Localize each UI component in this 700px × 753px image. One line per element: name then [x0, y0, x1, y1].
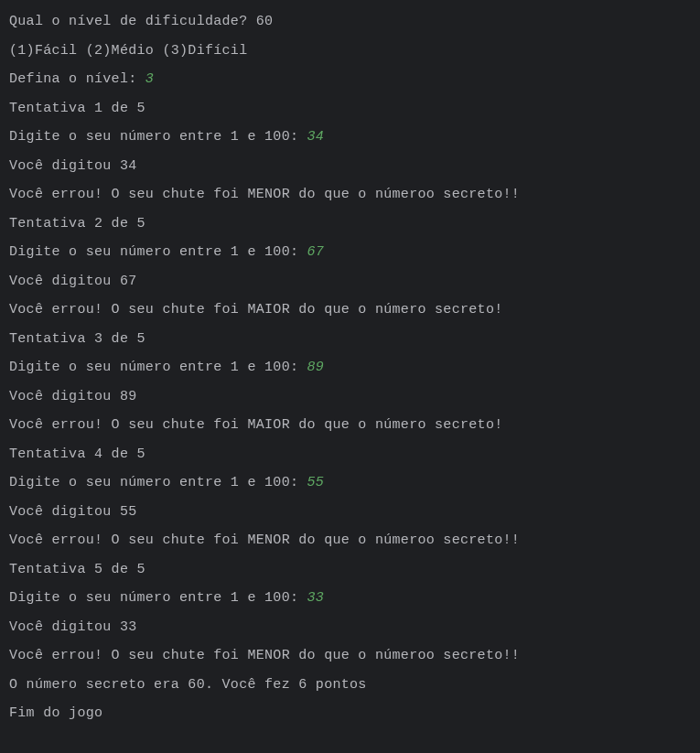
terminal-line: Digite o seu número entre 1 e 100: 55	[9, 468, 691, 498]
output-text: Você errou! O seu chute foi MENOR do que…	[9, 532, 520, 548]
output-text: Você digitou 67	[9, 274, 137, 289]
output-text: Você digitou 33	[9, 619, 137, 635]
output-text: O número secreto era 60. Você fez 6 pont…	[9, 677, 367, 693]
output-text: Você digitou 55	[9, 504, 137, 520]
user-input: 3	[145, 71, 154, 87]
output-text: Você errou! O seu chute foi MAIOR do que…	[9, 417, 502, 433]
terminal-line: (1)Fácil (2)Médio (3)Difícil	[9, 37, 691, 66]
output-text: Tentativa 5 de 5	[9, 562, 145, 577]
terminal-line: Você digitou 34	[9, 152, 691, 181]
terminal-line: Tentativa 5 de 5	[9, 555, 691, 585]
terminal-line: Digite o seu número entre 1 e 100: 67	[9, 238, 691, 267]
terminal-line: Você digitou 33	[9, 613, 691, 642]
terminal-line: Tentativa 4 de 5	[9, 440, 691, 469]
prompt-text: Defina o nível:	[9, 71, 145, 87]
terminal-line: Tentativa 3 de 5	[9, 325, 691, 354]
output-text: (1)Fácil (2)Médio (3)Difícil	[9, 43, 247, 59]
prompt-text: Digite o seu número entre 1 e 100:	[9, 244, 307, 260]
terminal-line: Você errou! O seu chute foi MENOR do que…	[9, 526, 691, 555]
prompt-text: Digite o seu número entre 1 e 100:	[9, 360, 307, 375]
terminal-line: Você digitou 55	[9, 498, 691, 527]
terminal-line: Fim do jogo	[9, 699, 691, 728]
output-text: Tentativa 1 de 5	[9, 101, 145, 116]
terminal-line: Digite o seu número entre 1 e 100: 89	[9, 353, 691, 382]
output-text: Qual o nível de dificuldade? 60	[9, 14, 273, 29]
terminal-line: O número secreto era 60. Você fez 6 pont…	[9, 671, 691, 700]
terminal-line: Tentativa 1 de 5	[9, 94, 691, 124]
terminal-line: Você digitou 89	[9, 382, 691, 412]
terminal-line: Digite o seu número entre 1 e 100: 33	[9, 584, 691, 613]
terminal-line: Defina o nível: 3	[9, 65, 691, 94]
output-text: Tentativa 2 de 5	[9, 216, 145, 231]
terminal-line: Qual o nível de dificuldade? 60	[9, 7, 691, 37]
output-text: Você digitou 89	[9, 389, 137, 404]
output-text: Você errou! O seu chute foi MENOR do que…	[9, 648, 520, 663]
user-input: 34	[307, 129, 325, 145]
terminal-line: Você errou! O seu chute foi MAIOR do que…	[9, 411, 691, 440]
user-input: 33	[307, 590, 325, 606]
user-input: 89	[307, 360, 325, 375]
output-text: Você errou! O seu chute foi MENOR do que…	[9, 187, 520, 202]
terminal-line: Tentativa 2 de 5	[9, 210, 691, 239]
output-text: Tentativa 3 de 5	[9, 331, 145, 347]
output-text: Tentativa 4 de 5	[9, 446, 145, 462]
terminal-output: Qual o nível de dificuldade? 60(1)Fácil …	[9, 7, 691, 728]
prompt-text: Digite o seu número entre 1 e 100:	[9, 475, 307, 490]
user-input: 67	[307, 244, 325, 260]
terminal-line: Você digitou 67	[9, 267, 691, 296]
prompt-text: Digite o seu número entre 1 e 100:	[9, 129, 307, 145]
terminal-line: Digite o seu número entre 1 e 100: 34	[9, 123, 691, 152]
terminal-line: Você errou! O seu chute foi MAIOR do que…	[9, 296, 691, 325]
output-text: Você digitou 34	[9, 158, 137, 174]
terminal-line: Você errou! O seu chute foi MENOR do que…	[9, 180, 691, 210]
prompt-text: Digite o seu número entre 1 e 100:	[9, 590, 307, 606]
user-input: 55	[307, 475, 325, 490]
output-text: Fim do jogo	[9, 705, 102, 721]
terminal-line: Você errou! O seu chute foi MENOR do que…	[9, 641, 691, 671]
output-text: Você errou! O seu chute foi MAIOR do que…	[9, 302, 502, 317]
